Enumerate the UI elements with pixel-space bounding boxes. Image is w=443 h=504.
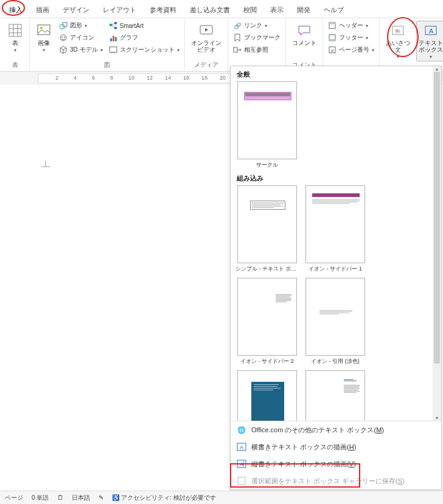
ruler[interactable]: 2 4 6 8 10 12 14 16 18 20: [38, 74, 232, 83]
gallery-item-ion-side1[interactable]: イオン - サイドバー 1: [304, 185, 367, 274]
bookmark-icon: [233, 33, 242, 42]
svg-point-6: [40, 27, 43, 29]
crossref-button[interactable]: 相互参照: [232, 45, 282, 55]
screenshot-icon: [109, 46, 117, 54]
globe-icon: 🌐: [237, 425, 246, 435]
chart-icon: [109, 33, 117, 42]
menu-insert[interactable]: 挿入: [2, 2, 29, 18]
link-icon: 🔗: [233, 21, 242, 30]
footer-icon: [328, 33, 337, 42]
status-page: ページ: [5, 494, 23, 502]
group-label-tables: 表: [5, 60, 26, 71]
gallery-item-ion-side2[interactable]: イオン - サイドバー 2: [235, 278, 299, 367]
menu-review[interactable]: 校閲: [237, 2, 263, 18]
svg-rect-12: [110, 24, 112, 26]
svg-text:#: #: [331, 48, 334, 54]
gallery-footer: 🌐 Office.com のその他のテキスト ボックス(M) A 横書きテキスト…: [231, 421, 441, 489]
gallery-item-simple[interactable]: シンプル - テキスト ボッ...: [235, 185, 299, 274]
svg-text:A: A: [240, 461, 243, 468]
menu-developer[interactable]: 開発: [290, 2, 317, 18]
svg-rect-19: [115, 37, 117, 41]
menu-bar: 挿入 描画 デザイン レイアウト 参考資料 差し込み文書 校閲 表示 開発 ヘル…: [0, 0, 443, 18]
textbox-button[interactable]: A テキスト ボックス▾: [416, 21, 443, 61]
svg-rect-14: [114, 27, 117, 29]
ribbon-group-links: 🔗リンク▾ ブックマーク 相互参照: [228, 18, 286, 71]
svg-rect-27: [329, 22, 335, 24]
status-words: 0 単語: [32, 494, 49, 502]
menu-references[interactable]: 参考資料: [143, 2, 183, 18]
icons-button[interactable]: アイコン: [58, 33, 104, 43]
greeting-icon: 例: [390, 22, 406, 38]
svg-line-15: [112, 23, 114, 25]
menu-mailings[interactable]: 差し込み文書: [183, 2, 237, 18]
gallery-item-ion-quote-light[interactable]: イオン - 引用 (淡色): [304, 278, 367, 367]
group-label-illustrations: 図: [33, 60, 181, 71]
draw-vertical-textbox[interactable]: A 縦書きテキスト ボックスの描画(V): [231, 455, 441, 472]
text-cursor: [41, 161, 50, 171]
svg-text:A: A: [429, 27, 434, 35]
ribbon-group-illustrations: 画像▾ 図形▾ アイコン 3D モデル▾ SmartArt グラフ スクリーンシ…: [30, 18, 185, 71]
cube-icon: [59, 46, 68, 54]
picture-button[interactable]: 画像▾: [33, 21, 54, 55]
textbox-gallery-dropdown: 全般 サークル 組み込み: [230, 66, 442, 490]
svg-marker-24: [205, 28, 208, 32]
smartart-button[interactable]: SmartArt: [108, 21, 181, 30]
svg-rect-25: [234, 47, 237, 52]
ribbon: 表▾ 表 画像▾ 図形▾ アイコン 3D モデル▾ SmartArt グラフ ス…: [0, 18, 443, 72]
comment-icon: [296, 22, 312, 38]
gallery-item-integral-side[interactable]: インテグラル - サイドバー: [304, 370, 367, 421]
table-icon: [7, 22, 23, 38]
svg-line-16: [112, 25, 114, 28]
svg-rect-13: [114, 22, 117, 24]
footer-button[interactable]: フッター▾: [327, 33, 375, 43]
gallery-scrollbar[interactable]: ▴ ▾: [433, 66, 441, 421]
status-spell-icon[interactable]: 🗒: [57, 494, 63, 501]
ribbon-group-text: 例 あいさつ 文▾ A テキスト ボックス▾ ▾ A▾ A▾: [380, 18, 443, 71]
menu-layout[interactable]: レイアウト: [96, 2, 143, 18]
bookmark-button[interactable]: ブックマーク: [232, 33, 282, 43]
more-office-textboxes[interactable]: 🌐 Office.com のその他のテキスト ボックス(M): [231, 421, 441, 438]
svg-rect-50: [238, 477, 245, 485]
shapes-icon: [59, 21, 68, 30]
link-button[interactable]: 🔗リンク▾: [232, 21, 282, 30]
ribbon-group-media: オンライン ビデオ メディア: [185, 18, 228, 71]
scroll-up-icon[interactable]: ▴: [436, 66, 438, 72]
status-lang[interactable]: 日本語: [72, 494, 90, 502]
status-accessibility[interactable]: ♿ アクセシビリティ: 検討が必要です: [112, 494, 215, 502]
pagenum-button[interactable]: #ページ番号▾: [327, 45, 375, 55]
greeting-button[interactable]: 例 あいさつ 文▾: [383, 21, 413, 61]
ribbon-group-comments: コメント コメント: [286, 18, 323, 71]
models-button[interactable]: 3D モデル▾: [58, 45, 104, 55]
comment-button[interactable]: コメント: [290, 21, 319, 48]
menu-help[interactable]: ヘルプ: [317, 2, 351, 18]
table-button[interactable]: 表▾: [5, 21, 26, 55]
picture-icon: [36, 22, 52, 38]
svg-rect-29: [329, 39, 335, 41]
pagenum-icon: #: [328, 46, 337, 54]
screenshot-button[interactable]: スクリーンショット▾: [108, 45, 181, 55]
draw-horizontal-textbox[interactable]: A 横書きテキスト ボックスの描画(H): [231, 438, 441, 455]
svg-rect-17: [110, 38, 112, 41]
status-predict-icon[interactable]: ✎: [99, 494, 103, 501]
vertical-textbox-icon: A: [237, 459, 246, 469]
section-general: 全般: [235, 66, 430, 81]
menu-view[interactable]: 表示: [263, 2, 290, 18]
svg-text:例: 例: [395, 29, 400, 34]
group-label-media: メディア: [189, 60, 224, 71]
shapes-button[interactable]: 図形▾: [58, 21, 104, 30]
svg-point-11: [64, 36, 65, 38]
menu-design[interactable]: デザイン: [56, 2, 96, 18]
menu-draw[interactable]: 描画: [29, 2, 56, 18]
online-video-button[interactable]: オンライン ビデオ: [189, 21, 224, 55]
header-button[interactable]: ヘッダー▾: [327, 21, 375, 30]
svg-rect-0: [9, 24, 21, 36]
gallery-item-circle[interactable]: サークル: [235, 81, 299, 170]
scroll-down-icon[interactable]: ▾: [436, 415, 438, 421]
chart-button[interactable]: グラフ: [108, 33, 181, 43]
gallery-item-ion-quote-dark[interactable]: イオン - 引用 (濃色): [235, 370, 299, 421]
ribbon-group-hf: ヘッダー▾ フッター▾ #ページ番号▾: [323, 18, 380, 71]
textbox-icon: A: [423, 22, 439, 38]
save-icon: [237, 476, 246, 486]
ribbon-group-tables: 表▾ 表: [1, 18, 30, 71]
scroll-thumb[interactable]: [434, 72, 440, 364]
